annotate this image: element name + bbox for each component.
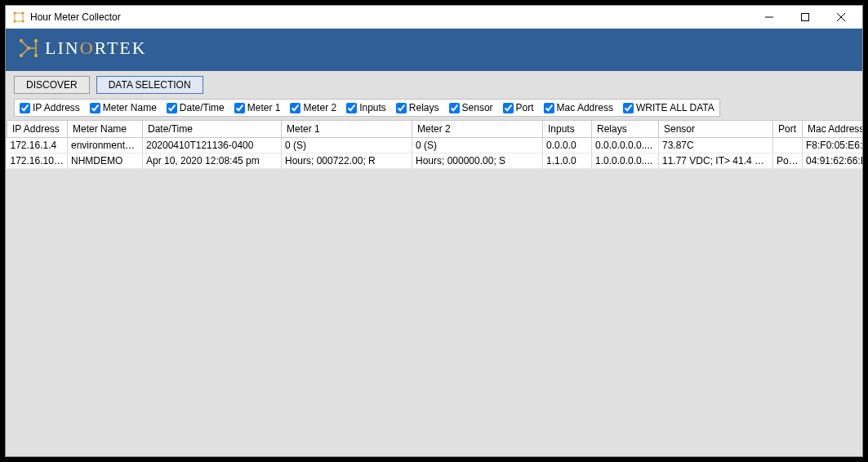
app-window: Hour Meter Collector — [5, 5, 863, 457]
cell-ip[interactable]: 172.16.10.1... — [7, 153, 68, 169]
checkbox-label: WRITE ALL DATA — [636, 102, 714, 113]
app-icon — [12, 11, 25, 24]
checkbox-label: IP Address — [33, 102, 80, 113]
cell-relays[interactable]: 0.0.0.0.0.0.... — [592, 138, 659, 153]
checkbox-label: Meter 2 — [303, 102, 336, 113]
th-m2[interactable]: Meter 2 — [412, 121, 543, 138]
cell-m1[interactable]: Hours; 000722.00; R — [282, 153, 412, 169]
discover-button[interactable]: DISCOVER — [14, 76, 90, 94]
titlebar: Hour Meter Collector — [6, 6, 862, 29]
checkbox-label: Inputs — [359, 102, 386, 113]
cell-ip[interactable]: 172.16.1.4 — [7, 138, 68, 153]
th-mac[interactable]: Mac Address — [803, 121, 863, 138]
checkbox-sensor[interactable]: Sensor — [449, 102, 493, 113]
checkbox-input[interactable] — [290, 103, 300, 113]
cell-port[interactable] — [773, 138, 803, 153]
cell-m2[interactable]: Hours; 000000.00; S — [412, 153, 543, 169]
th-in[interactable]: Inputs — [543, 121, 592, 138]
checkbox-label: Sensor — [462, 102, 493, 113]
checkbox-label: Port — [516, 102, 534, 113]
checkbox-input[interactable] — [90, 103, 100, 113]
minimize-button[interactable] — [751, 6, 787, 29]
maximize-button[interactable] — [787, 6, 823, 29]
brand-header: LINORTEK — [6, 29, 862, 71]
data-grid[interactable]: IP Address Meter Name Date/Time Meter 1 … — [7, 120, 862, 169]
checkbox-input[interactable] — [234, 103, 245, 113]
grid-empty-area — [7, 169, 861, 414]
cell-inputs[interactable]: 1.1.0.0 — [543, 153, 592, 169]
checkbox-input[interactable] — [544, 103, 554, 113]
brand-text: LINORTEK — [45, 38, 147, 59]
th-dt[interactable]: Date/Time — [143, 121, 282, 138]
checkbox-input[interactable] — [449, 103, 460, 113]
th-rl[interactable]: Relays — [592, 121, 659, 138]
checkbox-label: Relays — [409, 102, 439, 113]
checkbox-meter-1[interactable]: Meter 1 — [234, 102, 281, 113]
cell-mac[interactable]: 04:91:62:66:E0:DD — [803, 153, 863, 169]
th-m1[interactable]: Meter 1 — [282, 121, 412, 138]
cell-m1[interactable]: 0 (S) — [282, 138, 412, 153]
checkbox-input[interactable] — [623, 103, 634, 113]
checkbox-input[interactable] — [503, 103, 514, 113]
cell-sensor[interactable]: 11.77 VDC; IT> 41.4 DegC — [659, 153, 773, 169]
cell-mac[interactable]: F8:F0:05:E6:13:39 — [803, 138, 863, 153]
table-body: 172.16.1.4environmentaltes20200410T12113… — [7, 138, 863, 169]
cell-relays[interactable]: 1.0.0.0.0.0.... — [592, 153, 659, 169]
svg-line-14 — [21, 48, 29, 56]
checkbox-input[interactable] — [167, 103, 177, 113]
toolbar: DISCOVER DATA SELECTION IP AddressMeter … — [6, 71, 862, 120]
checkbox-date-time[interactable]: Date/Time — [167, 102, 225, 113]
th-name[interactable]: Meter Name — [68, 121, 143, 138]
logo-mark-icon — [17, 37, 40, 60]
checkbox-ip-address[interactable]: IP Address — [20, 102, 80, 113]
close-button[interactable] — [823, 6, 859, 29]
button-row: DISCOVER DATA SELECTION — [14, 76, 854, 94]
checkbox-write-all-data[interactable]: WRITE ALL DATA — [623, 102, 714, 113]
table-row[interactable]: 172.16.10.1...NHMDEMOApr 10, 2020 12:08:… — [7, 153, 863, 169]
table-header-row: IP Address Meter Name Date/Time Meter 1 … — [7, 121, 863, 138]
cell-sensor[interactable]: 73.87C — [659, 138, 773, 153]
cell-port[interactable]: Port... — [773, 153, 803, 169]
checkbox-meter-name[interactable]: Meter Name — [90, 102, 157, 113]
checkbox-label: Meter 1 — [247, 102, 281, 113]
checkbox-input[interactable] — [20, 103, 30, 113]
data-selection-button[interactable]: DATA SELECTION — [96, 76, 203, 94]
svg-line-13 — [21, 41, 29, 48]
th-ip[interactable]: IP Address — [7, 121, 68, 138]
checkbox-label: Mac Address — [557, 102, 613, 113]
table-row[interactable]: 172.16.1.4environmentaltes20200410T12113… — [7, 138, 863, 153]
th-pt[interactable]: Port — [773, 121, 803, 138]
brand-logo: LINORTEK — [17, 37, 147, 60]
cell-name[interactable]: NHMDEMO — [68, 153, 143, 169]
cell-dt[interactable]: 20200410T121136-0400 — [143, 138, 282, 153]
checkbox-input[interactable] — [396, 103, 407, 113]
checkbox-label: Meter Name — [103, 102, 157, 113]
checkbox-input[interactable] — [346, 103, 357, 113]
cell-m2[interactable]: 0 (S) — [412, 138, 543, 153]
column-checkbox-row: IP AddressMeter NameDate/TimeMeter 1Mete… — [14, 99, 720, 117]
checkbox-relays[interactable]: Relays — [396, 102, 439, 113]
checkbox-meter-2[interactable]: Meter 2 — [290, 102, 336, 113]
cell-inputs[interactable]: 0.0.0.0 — [543, 138, 592, 153]
brand-text-part1: LIN — [45, 38, 80, 58]
cell-name[interactable]: environmentaltes — [68, 138, 143, 153]
window-title: Hour Meter Collector — [30, 11, 121, 23]
svg-rect-5 — [802, 14, 809, 21]
checkbox-inputs[interactable]: Inputs — [346, 102, 386, 113]
checkbox-port[interactable]: Port — [503, 102, 534, 113]
checkbox-label: Date/Time — [180, 102, 225, 113]
brand-text-accent: O — [80, 38, 95, 58]
brand-text-part2: RTEK — [95, 38, 147, 58]
th-sn[interactable]: Sensor — [659, 121, 773, 138]
data-grid-container: IP Address Meter Name Date/Time Meter 1 … — [6, 120, 862, 456]
checkbox-mac-address[interactable]: Mac Address — [544, 102, 613, 113]
cell-dt[interactable]: Apr 10, 2020 12:08:45 pm — [143, 153, 282, 169]
